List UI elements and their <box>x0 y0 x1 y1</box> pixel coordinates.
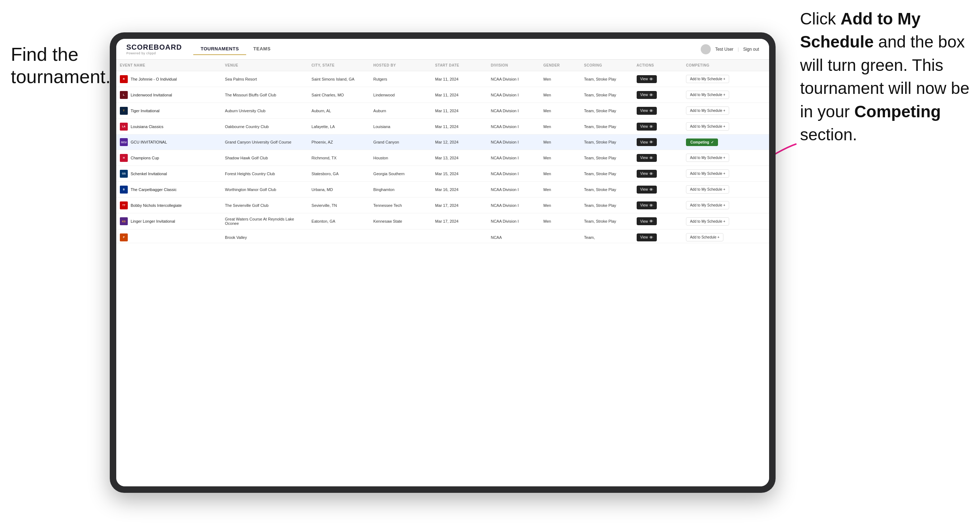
sign-out-link[interactable]: Sign out <box>743 47 759 52</box>
annotation-left: Find thetournament. <box>11 43 111 88</box>
hosted-cell: Houston <box>370 150 431 166</box>
add-to-schedule-button[interactable]: Add to My Schedule + <box>686 122 729 130</box>
eye-icon: 👁 <box>649 109 653 113</box>
event-name-text: Louisiana Classics <box>130 124 163 129</box>
team-logo: GS <box>120 170 128 178</box>
table-row: LALouisiana ClassicsOakbourne Country Cl… <box>116 119 769 135</box>
add-to-schedule-button[interactable]: Add to My Schedule + <box>686 75 729 83</box>
tab-teams[interactable]: TEAMS <box>246 43 278 55</box>
add-to-schedule-button[interactable]: Add to My Schedule + <box>686 106 729 115</box>
event-name-text: Schenkel Invitational <box>130 171 167 176</box>
add-to-schedule-button[interactable]: Add to My Schedule + <box>686 154 729 162</box>
table-row: GCUGCU INVITATIONALGrand Canyon Universi… <box>116 135 769 150</box>
add-to-schedule-button[interactable]: Add to My Schedule + <box>686 217 729 225</box>
view-button[interactable]: View 👁 <box>637 154 657 162</box>
division-cell: NCAA Division I <box>487 182 540 197</box>
team-logo: GCU <box>120 138 128 146</box>
actions-cell: View 👁 <box>633 119 682 135</box>
logo-subtitle: Powered by clippd <box>126 51 156 55</box>
event-name-text: The Carpetbagger Classic <box>130 187 177 192</box>
add-to-schedule-button[interactable]: Add to My Schedule + <box>686 201 729 210</box>
tablet-device: SCOREBOARD Powered by clippd TOURNAMENTS… <box>110 32 776 493</box>
hosted-cell: Louisiana <box>370 119 431 135</box>
hosted-cell: Kennesaw State <box>370 213 431 230</box>
competing-button[interactable]: Competing ✓ <box>686 138 718 146</box>
competing-cell: Add to My Schedule + <box>682 166 769 182</box>
view-button[interactable]: View 👁 <box>637 217 657 225</box>
division-cell: NCAA Division I <box>487 71 540 87</box>
view-button[interactable]: View 👁 <box>637 75 657 83</box>
view-btn-text: View <box>640 109 648 113</box>
gender-cell: Men <box>540 119 581 135</box>
view-button[interactable]: View 👁 <box>637 202 657 210</box>
hosted-cell: Binghamton <box>370 182 431 197</box>
view-button[interactable]: View 👁 <box>637 91 657 99</box>
view-button[interactable]: View 👁 <box>637 186 657 194</box>
scoring-cell: Team, <box>581 230 633 243</box>
add-to-schedule-button[interactable]: Add to My Schedule + <box>686 90 729 99</box>
view-button[interactable]: View 👁 <box>637 138 657 146</box>
hosted-cell: Rutgers <box>370 71 431 87</box>
eye-icon: 👁 <box>649 140 653 144</box>
header-right: Test User | Sign out <box>701 44 759 54</box>
table-row: PBrook ValleyNCAATeam,View 👁Add to Sched… <box>116 230 769 243</box>
add-schedule-label: Add to Schedule + <box>690 235 719 239</box>
date-cell: Mar 17, 2024 <box>431 197 487 213</box>
view-button[interactable]: View 👁 <box>637 107 657 115</box>
city-cell: Urbana, MD <box>308 182 370 197</box>
competing-cell: Add to My Schedule + <box>682 213 769 230</box>
add-to-schedule-button[interactable]: Add to My Schedule + <box>686 185 729 194</box>
gender-cell: Men <box>540 103 581 119</box>
date-cell: Mar 17, 2024 <box>431 213 487 230</box>
scoring-cell: Team, Stroke Play <box>581 103 633 119</box>
table-row: BThe Carpetbagger ClassicWorthington Man… <box>116 182 769 197</box>
hosted-cell: Auburn <box>370 103 431 119</box>
scoring-cell: Team, Stroke Play <box>581 119 633 135</box>
venue-cell: Sea Palms Resort <box>221 71 308 87</box>
city-cell <box>308 230 370 243</box>
table-row: HChampions CupShadow Hawk Golf ClubRichm… <box>116 150 769 166</box>
event-name-cell: P <box>116 230 221 243</box>
eye-icon: 👁 <box>649 203 653 208</box>
actions-cell: View 👁 <box>633 103 682 119</box>
col-header-city: CITY, STATE <box>308 60 370 71</box>
view-button[interactable]: View 👁 <box>637 233 657 241</box>
gender-cell: Men <box>540 87 581 103</box>
city-cell: Auburn, AL <box>308 103 370 119</box>
division-cell: NCAA Division I <box>487 150 540 166</box>
event-name-text: The Johnnie - O Individual <box>130 77 177 81</box>
nav-tabs: TOURNAMENTS TEAMS <box>193 43 689 55</box>
tab-tournaments[interactable]: TOURNAMENTS <box>193 43 246 55</box>
competing-cell: Add to My Schedule + <box>682 71 769 87</box>
competing-cell: Add to My Schedule + <box>682 87 769 103</box>
view-btn-text: View <box>640 77 648 81</box>
hosted-cell: Tennessee Tech <box>370 197 431 213</box>
event-name-cell: TTiger Invitational <box>116 103 221 119</box>
team-logo: TT <box>120 202 128 210</box>
app-header: SCOREBOARD Powered by clippd TOURNAMENTS… <box>116 39 769 60</box>
event-name-cell: GCUGCU INVITATIONAL <box>116 135 221 150</box>
competing-cell: Add to Schedule + <box>682 230 769 243</box>
add-to-schedule-button[interactable]: Add to Schedule + <box>686 233 723 241</box>
actions-cell: View 👁 <box>633 71 682 87</box>
eye-icon: 👁 <box>649 171 653 176</box>
add-schedule-label: Add to My Schedule + <box>690 171 725 176</box>
add-to-schedule-button[interactable]: Add to My Schedule + <box>686 170 729 178</box>
hosted-cell: Georgia Southern <box>370 166 431 182</box>
event-name-text: GCU INVITATIONAL <box>130 140 167 144</box>
gender-cell: Men <box>540 135 581 150</box>
view-button[interactable]: View 👁 <box>637 123 657 130</box>
event-name-text: Tiger Invitational <box>130 109 159 113</box>
view-btn-text: View <box>640 171 648 176</box>
division-cell: NCAA Division I <box>487 197 540 213</box>
eye-icon: 👁 <box>649 93 653 97</box>
add-schedule-label: Add to My Schedule + <box>690 187 725 191</box>
divider: | <box>738 47 739 52</box>
scoring-cell: Team, Stroke Play <box>581 182 633 197</box>
team-logo: KS <box>120 217 128 225</box>
city-cell: Lafayette, LA <box>308 119 370 135</box>
view-button[interactable]: View 👁 <box>637 170 657 178</box>
actions-cell: View 👁 <box>633 135 682 150</box>
date-cell: Mar 11, 2024 <box>431 119 487 135</box>
venue-cell: Worthington Manor Golf Club <box>221 182 308 197</box>
